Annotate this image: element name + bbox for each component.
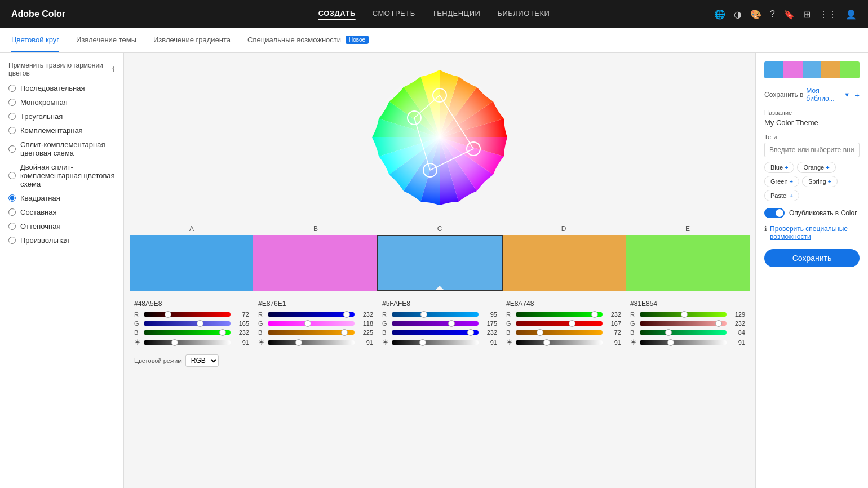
apps-icon[interactable]: ⋮⋮ — [819, 9, 837, 20]
slider-track-bright-c[interactable] — [392, 340, 479, 345]
tag-spring[interactable]: Spring + — [802, 176, 838, 187]
name-value: My Color Theme — [764, 118, 860, 127]
grid-icon[interactable]: ⊞ — [803, 9, 811, 20]
slider-thumb-r-c[interactable] — [420, 311, 427, 318]
color-mode-select[interactable]: RGB — [185, 354, 219, 367]
nav-explore[interactable]: СМОТРЕТЬ — [373, 9, 415, 20]
slider-thumb-g-a[interactable] — [197, 320, 203, 327]
slider-thumb-r-e[interactable] — [681, 311, 688, 318]
slider-track-b-e[interactable] — [640, 330, 727, 335]
slider-track-b-c[interactable] — [392, 330, 479, 335]
color-wheel-container[interactable] — [366, 64, 513, 211]
app-logo: Adobe Color — [11, 9, 65, 19]
nav-trends[interactable]: ТЕНДЕНЦИИ — [432, 9, 481, 20]
slider-track-bright-a[interactable] — [144, 340, 231, 345]
rule-custom[interactable]: Произвольная — [8, 236, 115, 245]
swatch-b[interactable] — [253, 235, 377, 291]
slider-track-b-b[interactable] — [268, 330, 355, 335]
rule-sequential[interactable]: Последовательная — [8, 84, 115, 92]
slider-r-c: R 95 — [382, 311, 497, 318]
tag-orange[interactable]: Orange + — [797, 162, 835, 173]
dropdown-chevron-icon[interactable]: ▼ — [844, 91, 850, 98]
sliders-wrapper: #48A5E8 R 72 G 165 — [130, 291, 750, 370]
rule-monochromatic[interactable]: Монохромная — [8, 98, 115, 107]
hex-c: #5FAFE8 — [382, 300, 497, 308]
slider-thumb-b-d[interactable] — [537, 329, 543, 336]
tab-color-wheel[interactable]: Цветовой круг — [11, 28, 59, 52]
slider-track-g-c[interactable] — [392, 321, 479, 326]
tag-pastel[interactable]: Pastel + — [764, 190, 799, 201]
tab-extract-theme[interactable]: Извлечение темы — [76, 28, 136, 52]
slider-track-r-b[interactable] — [268, 312, 355, 317]
slider-track-r-a[interactable] — [144, 312, 231, 317]
bookmark-icon[interactable]: 🔖 — [783, 9, 795, 20]
slider-track-bright-d[interactable] — [516, 340, 603, 345]
slider-thumb-g-c[interactable] — [448, 320, 455, 327]
slider-track-r-c[interactable] — [392, 312, 479, 317]
slider-thumb-r-a[interactable] — [165, 311, 171, 318]
slider-thumb-r-d[interactable] — [591, 311, 598, 318]
tags-section: Теги Blue + Orange + Green + Spring + — [764, 134, 860, 201]
slider-b-a: B 232 — [134, 329, 249, 336]
swatch-a[interactable] — [130, 235, 253, 291]
colorwheel-icon[interactable]: 🎨 — [750, 9, 761, 20]
rule-compound[interactable]: Составная — [8, 208, 115, 216]
user-icon[interactable]: 👤 — [845, 9, 857, 20]
slider-track-b-d[interactable] — [516, 330, 603, 335]
slider-track-g-d[interactable] — [516, 321, 603, 326]
slider-track-r-d[interactable] — [516, 312, 603, 317]
slider-track-bright-e[interactable] — [640, 340, 727, 345]
slider-track-g-b[interactable] — [268, 321, 355, 326]
rule-double-split[interactable]: Двойная сплит-комплементарная цветовая с… — [8, 163, 115, 188]
rule-shades[interactable]: Оттеночная — [8, 222, 115, 230]
slider-thumb-g-b[interactable] — [304, 320, 311, 327]
slider-thumb-bright-e[interactable] — [667, 339, 674, 346]
slider-track-r-e[interactable] — [640, 312, 727, 317]
swatch-d[interactable] — [503, 235, 626, 291]
top-navigation: Adobe Color СОЗДАТЬ СМОТРЕТЬ ТЕНДЕНЦИИ Б… — [0, 0, 868, 28]
save-in-dropdown[interactable]: Моя библио... — [806, 87, 841, 103]
nav-libraries[interactable]: БИБЛИОТЕКИ — [497, 9, 550, 20]
tab-accessibility[interactable]: Специальные возможности Новое — [247, 28, 369, 52]
swatch-c[interactable] — [377, 235, 502, 291]
slider-thumb-b-e[interactable] — [665, 329, 672, 336]
tab-extract-gradient[interactable]: Извлечение градиента — [153, 28, 231, 52]
globe-icon[interactable]: 🌐 — [714, 9, 725, 20]
slider-thumb-bright-a[interactable] — [171, 339, 178, 346]
color-col-b: #E876E1 R 232 G 118 — [254, 297, 378, 352]
slider-thumb-r-b[interactable] — [343, 311, 350, 318]
help-icon[interactable]: ? — [770, 9, 775, 19]
slider-thumb-bright-d[interactable] — [543, 339, 550, 346]
slider-thumb-bright-c[interactable] — [419, 339, 426, 346]
save-button[interactable]: Сохранить — [764, 249, 860, 267]
rule-split-complementary[interactable]: Сплит-комплементарная цветовая схема — [8, 140, 115, 157]
slider-thumb-bright-b[interactable] — [295, 339, 302, 346]
main-container: Применить правило гармонии цветов ℹ Посл… — [0, 53, 868, 488]
slider-thumb-b-c[interactable] — [467, 329, 474, 336]
rule-square[interactable]: Квадратная — [8, 194, 115, 202]
slider-thumb-b-a[interactable] — [219, 329, 226, 336]
slider-thumb-b-b[interactable] — [341, 329, 348, 336]
slider-thumb-g-d[interactable] — [569, 320, 575, 327]
accessibility-link[interactable]: ℹ Проверить специальные возможности — [764, 225, 860, 241]
color-wheel-svg[interactable] — [366, 64, 513, 211]
slider-track-b-a[interactable] — [144, 330, 231, 335]
publish-toggle[interactable] — [764, 208, 785, 218]
rule-complementary[interactable]: Комплементарная — [8, 126, 115, 135]
label-e: E — [626, 225, 750, 233]
color-col-e: #81E854 R 129 G 232 — [626, 297, 750, 352]
add-icon[interactable]: + — [854, 90, 860, 100]
slider-track-g-e[interactable] — [640, 321, 727, 326]
rule-triadic[interactable]: Треугольная — [8, 112, 115, 121]
slider-track-bright-b[interactable] — [268, 340, 355, 345]
tag-green[interactable]: Green + — [764, 176, 799, 187]
tag-blue[interactable]: Blue + — [764, 162, 794, 173]
tags-input[interactable] — [764, 143, 860, 157]
theme-icon[interactable]: ◑ — [734, 9, 742, 20]
nav-create[interactable]: СОЗДАТЬ — [318, 9, 356, 20]
slider-track-g-a[interactable] — [144, 321, 231, 326]
slider-thumb-g-e[interactable] — [715, 320, 722, 327]
swatch-e[interactable] — [626, 235, 750, 291]
info-icon[interactable]: ℹ — [112, 65, 115, 74]
slider-r-b: R 232 — [258, 311, 373, 318]
